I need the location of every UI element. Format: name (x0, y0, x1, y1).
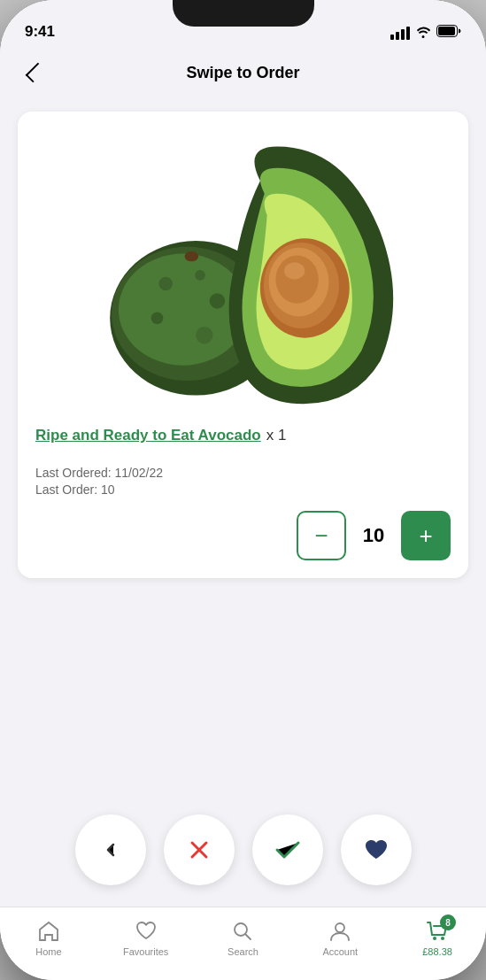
increase-quantity-button[interactable]: + (401, 511, 451, 560)
quantity-display: 10 (360, 524, 387, 547)
plus-icon: + (419, 522, 432, 550)
search-icon (231, 920, 254, 943)
product-controls: − 10 + (35, 511, 451, 560)
notch (173, 0, 314, 27)
reject-button[interactable] (164, 814, 235, 885)
tab-cart[interactable]: 8 £88.38 (389, 914, 486, 962)
tab-bar: Home Favourites Search (0, 907, 486, 980)
minus-icon: − (314, 522, 328, 550)
product-name[interactable]: Ripe and Ready to Eat Avocado (35, 427, 261, 444)
page-title: Swipe to Order (186, 64, 299, 82)
last-ordered-text: Last Ordered: 11/02/22 (35, 466, 451, 480)
signal-bars-icon (390, 27, 410, 40)
svg-point-15 (284, 262, 305, 279)
svg-point-17 (336, 923, 344, 932)
header: Swipe to Order (0, 48, 486, 101)
cart-badge: 8 (440, 914, 456, 930)
tab-home-label: Home (35, 946, 61, 957)
svg-point-10 (185, 251, 199, 262)
tab-search-label: Search (228, 946, 258, 957)
phone-screen: 9:41 (0, 0, 486, 980)
heart-filled-icon (364, 838, 389, 861)
status-time: 9:41 (25, 23, 55, 41)
svg-point-4 (119, 254, 247, 366)
product-image (35, 129, 451, 413)
back-chevron-icon (26, 63, 46, 83)
svg-point-6 (195, 270, 205, 281)
decrease-quantity-button[interactable]: − (297, 511, 346, 560)
svg-point-7 (210, 293, 225, 308)
avocado-svg (35, 129, 451, 413)
action-buttons-row (0, 793, 486, 907)
home-icon (37, 920, 60, 943)
product-meta: Last Ordered: 11/02/22 Last Order: 10 (35, 466, 451, 497)
tab-home[interactable]: Home (0, 914, 97, 962)
svg-point-18 (433, 937, 436, 940)
svg-point-19 (441, 937, 444, 940)
svg-point-5 (158, 277, 173, 291)
favourite-button[interactable] (341, 814, 412, 885)
svg-rect-1 (438, 27, 455, 35)
product-name-row: Ripe and Ready to Eat Avocado x 1 (35, 427, 451, 455)
phone-frame: 9:41 (0, 0, 486, 980)
back-arrow-icon (100, 839, 121, 860)
tab-favourites-label: Favourites (123, 946, 168, 957)
heart-icon (135, 920, 158, 943)
product-quantity-label: x 1 (266, 427, 287, 444)
check-icon (274, 839, 301, 860)
tab-search[interactable]: Search (195, 914, 292, 962)
status-icons (390, 25, 461, 41)
cart-tab-icon: 8 (426, 920, 449, 943)
svg-point-8 (151, 313, 164, 325)
accept-button[interactable] (252, 814, 323, 885)
main-content: Ripe and Ready to Eat Avocado x 1 Last O… (0, 101, 486, 793)
svg-point-9 (196, 327, 212, 343)
x-icon (187, 837, 212, 862)
wifi-icon (415, 26, 431, 41)
navigate-back-button[interactable] (75, 814, 146, 885)
back-button[interactable] (18, 57, 50, 89)
last-order-text: Last Order: 10 (35, 482, 451, 497)
tab-account-label: Account (322, 946, 358, 957)
tab-cart-label: £88.38 (422, 946, 452, 957)
tab-favourites[interactable]: Favourites (97, 914, 195, 962)
account-icon (328, 920, 351, 943)
battery-icon (436, 25, 461, 41)
tab-account[interactable]: Account (291, 914, 389, 962)
product-card: Ripe and Ready to Eat Avocado x 1 Last O… (18, 112, 468, 578)
